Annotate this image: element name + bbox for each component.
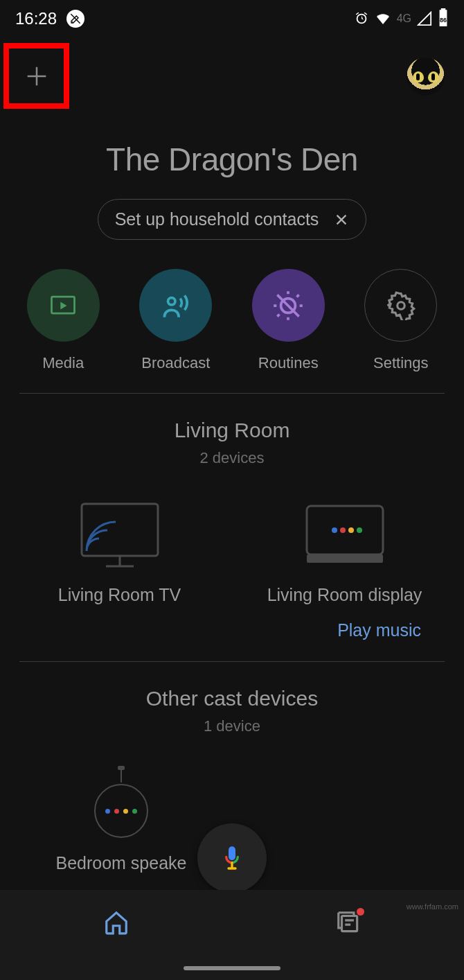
svg-point-1	[168, 297, 175, 304]
svg-point-12	[357, 527, 362, 533]
app-header	[0, 35, 464, 109]
device-display-label: Living Room display	[267, 585, 422, 605]
wifi-icon	[375, 10, 391, 27]
quick-settings[interactable]: Settings	[349, 269, 453, 372]
mic-icon	[218, 844, 246, 872]
home-title: The Dragon's Den	[0, 141, 464, 178]
quick-settings-label: Settings	[373, 354, 429, 372]
svg-point-9	[332, 527, 337, 533]
add-button[interactable]	[3, 43, 69, 109]
svg-point-3	[398, 301, 405, 309]
speaker-icon	[90, 769, 152, 838]
quick-routines-label: Routines	[258, 354, 319, 372]
alarm-icon	[354, 11, 369, 26]
device-speaker-label: Bedroom speake	[55, 853, 186, 873]
quick-media-label: Media	[42, 354, 84, 372]
play-music-link[interactable]: Play music	[0, 605, 464, 640]
room-other-sub: 1 device	[0, 717, 464, 735]
svg-point-10	[340, 527, 346, 533]
display-icon	[293, 500, 397, 570]
status-bar: 16:28 4G 86	[0, 0, 464, 35]
svg-rect-8	[307, 554, 383, 563]
routines-icon	[271, 288, 305, 323]
quick-routines[interactable]: Routines	[236, 269, 340, 372]
tv-cast-icon	[71, 500, 168, 570]
room-other-title: Other cast devices	[0, 687, 464, 710]
avatar[interactable]	[407, 58, 445, 96]
setup-contacts-pill[interactable]: Set up household contacts	[98, 199, 367, 240]
pill-label: Set up household contacts	[115, 209, 319, 229]
quick-actions-row: Media Broadcast Routines Settings	[0, 240, 464, 372]
svg-point-11	[348, 527, 354, 533]
living-devices-row: Living Room TV Living Room display	[0, 500, 464, 605]
status-icons: 4G 86	[354, 8, 449, 29]
device-display[interactable]: Living Room display	[241, 500, 449, 605]
divider	[19, 661, 445, 662]
room-living-title: Living Room	[0, 419, 464, 442]
bottom-nav	[0, 890, 464, 980]
notification-dot	[357, 908, 364, 916]
close-icon[interactable]	[334, 212, 349, 227]
status-time: 16:28	[15, 9, 57, 28]
plus-icon	[23, 62, 51, 90]
watermark: www.frfam.com	[407, 902, 458, 911]
svg-rect-13	[341, 916, 357, 931]
quick-media[interactable]: Media	[11, 269, 115, 372]
svg-rect-4	[82, 504, 158, 556]
broadcast-icon	[159, 288, 193, 323]
nav-home[interactable]	[0, 909, 232, 938]
device-speaker[interactable]: Bedroom speake	[42, 769, 201, 873]
divider	[19, 393, 445, 394]
battery-icon: 86	[438, 8, 449, 29]
network-label: 4G	[397, 12, 411, 25]
quick-broadcast-label: Broadcast	[141, 354, 210, 372]
nav-feed[interactable]	[232, 909, 464, 938]
gear-icon	[386, 291, 416, 320]
device-tv-label: Living Room TV	[58, 585, 181, 605]
edit-off-icon	[66, 10, 84, 28]
quick-broadcast[interactable]: Broadcast	[124, 269, 228, 372]
home-icon	[103, 909, 130, 936]
mic-fab[interactable]	[197, 823, 267, 893]
nav-handle[interactable]	[184, 966, 280, 970]
device-tv[interactable]: Living Room TV	[16, 500, 224, 605]
room-living-sub: 2 devices	[0, 449, 464, 467]
signal-icon	[417, 11, 432, 26]
media-icon	[48, 290, 78, 321]
